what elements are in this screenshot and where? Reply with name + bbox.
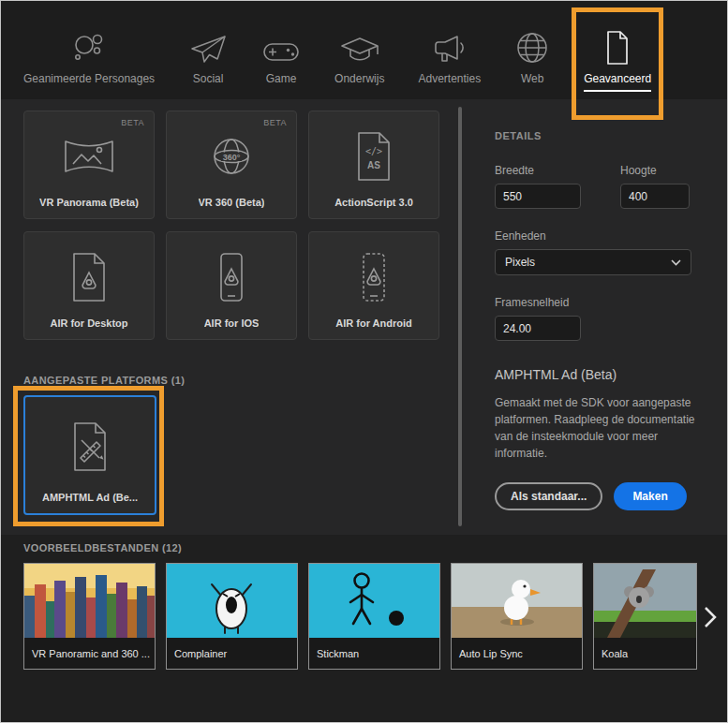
city-skyline-thumbnail xyxy=(24,564,155,638)
sample-card-complainer[interactable]: Complainer xyxy=(166,563,298,670)
air-ios-icon xyxy=(211,232,252,317)
tab-geanimeerde-personages[interactable]: Geanimeerde Personages xyxy=(23,30,155,99)
preset-browser: BETA VR Panorama (Beta) BETA xyxy=(1,99,727,535)
svg-text:AS: AS xyxy=(367,160,380,170)
air-desktop-icon xyxy=(67,232,111,317)
sample-card-label: Koala xyxy=(594,638,696,669)
sample-card-auto-lip-sync[interactable]: Auto Lip Sync xyxy=(451,563,583,670)
preset-description: Gemaakt met de SDK voor aangepaste platf… xyxy=(495,394,699,462)
preset-grid: BETA VR Panorama (Beta) BETA xyxy=(23,111,439,340)
vertical-scrollbar[interactable] xyxy=(458,107,462,526)
bird-on-beach-thumbnail xyxy=(452,564,582,638)
koala-on-tree-thumbnail xyxy=(594,564,697,638)
tab-label: Game xyxy=(266,72,297,92)
preset-card-label: ActionScript 3.0 xyxy=(334,197,413,218)
preset-card-amphtml-ad[interactable]: AMPHTML Ad (Be... xyxy=(23,395,156,515)
preset-card-label: AIR for Android xyxy=(335,317,411,339)
air-android-icon xyxy=(353,232,394,317)
tab-label: Geavanceerd xyxy=(584,72,651,92)
chevron-right-icon xyxy=(704,606,717,632)
sample-card-label: Auto Lip Sync xyxy=(452,638,582,669)
tab-social[interactable]: Social xyxy=(188,30,228,99)
preset-card-air-desktop[interactable]: AIR for Desktop xyxy=(23,231,155,340)
actionscript-document-icon: </> AS xyxy=(351,111,396,197)
preset-card-vr-panorama[interactable]: BETA VR Panorama (Beta) xyxy=(23,111,155,219)
preset-card-air-android[interactable]: AIR for Android xyxy=(308,231,439,340)
units-select[interactable]: Pixels xyxy=(495,249,691,275)
height-input[interactable] xyxy=(620,184,690,209)
sample-files-section: VOORBEELDBESTANDEN (12) VR Panoramic and… xyxy=(1,535,727,723)
width-label: Breedte xyxy=(495,164,581,177)
tab-label: Geanimeerde Personages xyxy=(23,72,155,92)
details-heading: DETAILS xyxy=(495,130,708,141)
preset-card-label: VR 360 (Beta) xyxy=(199,197,265,218)
amphtml-ad-icon xyxy=(67,397,112,492)
sample-card-koala[interactable]: Koala xyxy=(593,563,697,670)
set-as-default-button[interactable]: Als standaar... xyxy=(495,482,602,510)
preset-card-air-ios[interactable]: AIR for IOS xyxy=(166,231,297,340)
tab-onderwijs[interactable]: Onderwijs xyxy=(334,30,384,99)
sample-card-label: Stickman xyxy=(309,638,439,669)
gamepad-icon xyxy=(261,30,301,66)
sample-card-label: VR Panoramic and 360 ... xyxy=(24,638,155,669)
details-panel: DETAILS Breedte Hoogte Eenheden Pixels xyxy=(485,99,727,535)
sample-card-stickman[interactable]: Stickman xyxy=(308,563,440,670)
tab-game[interactable]: Game xyxy=(261,30,301,99)
preset-card-label: AIR for Desktop xyxy=(50,317,127,339)
category-tabbar: Geanimeerde Personages Social Game xyxy=(1,1,727,99)
sample-card-label: Complainer xyxy=(167,638,297,669)
framerate-label: Framesnelheid xyxy=(495,296,708,309)
document-icon xyxy=(602,30,633,66)
vr-360-icon: 360° xyxy=(208,111,255,197)
new-document-dialog: Geanimeerde Personages Social Game xyxy=(0,0,728,723)
svg-text:360°: 360° xyxy=(223,152,241,161)
framerate-input[interactable] xyxy=(495,316,581,341)
preset-card-label: AMPHTML Ad (Be... xyxy=(42,492,138,513)
vr-panorama-icon xyxy=(62,111,116,197)
beta-badge: BETA xyxy=(263,118,287,127)
tab-geavanceerd[interactable]: Geavanceerd xyxy=(584,30,651,99)
megaphone-icon xyxy=(431,30,468,66)
tab-label: Web xyxy=(521,72,543,92)
tab-label: Social xyxy=(193,72,224,92)
preset-card-vr-360[interactable]: BETA 360° VR 360 (Beta) xyxy=(166,111,297,219)
animated-characters-icon xyxy=(70,30,108,66)
height-label: Hoogte xyxy=(620,164,690,177)
tab-label: Onderwijs xyxy=(334,72,384,92)
tab-web[interactable]: Web xyxy=(514,30,550,99)
graduation-cap-icon xyxy=(339,30,380,66)
stick-figure-thumbnail xyxy=(309,564,439,638)
tab-advertenties[interactable]: Advertenties xyxy=(418,30,481,99)
preset-title: AMPHTML Ad (Beta) xyxy=(495,367,708,382)
paper-plane-icon xyxy=(188,30,228,66)
custom-platforms-heading: AANGEPASTE PLATFORMS (1) xyxy=(23,375,185,386)
sample-card-vr-panoramic[interactable]: VR Panoramic and 360 ... xyxy=(23,563,156,670)
svg-text:</>: </> xyxy=(365,146,382,156)
units-label: Eenheden xyxy=(495,229,708,243)
next-samples-button[interactable] xyxy=(704,606,722,632)
units-selected-value: Pixels xyxy=(505,256,535,269)
beta-badge: BETA xyxy=(121,118,144,127)
sample-files-heading: VOORBEELDBESTANDEN (12) xyxy=(23,542,182,553)
preset-card-label: VR Panorama (Beta) xyxy=(39,197,139,218)
width-input[interactable] xyxy=(495,184,581,209)
tab-label: Advertenties xyxy=(418,72,481,92)
preset-card-label: AIR for IOS xyxy=(204,317,260,339)
preset-card-actionscript[interactable]: </> AS ActionScript 3.0 xyxy=(308,111,439,219)
create-button[interactable]: Maken xyxy=(614,482,686,510)
crying-character-thumbnail xyxy=(167,564,297,638)
globe-icon xyxy=(514,30,550,66)
chevron-down-icon xyxy=(671,256,681,269)
